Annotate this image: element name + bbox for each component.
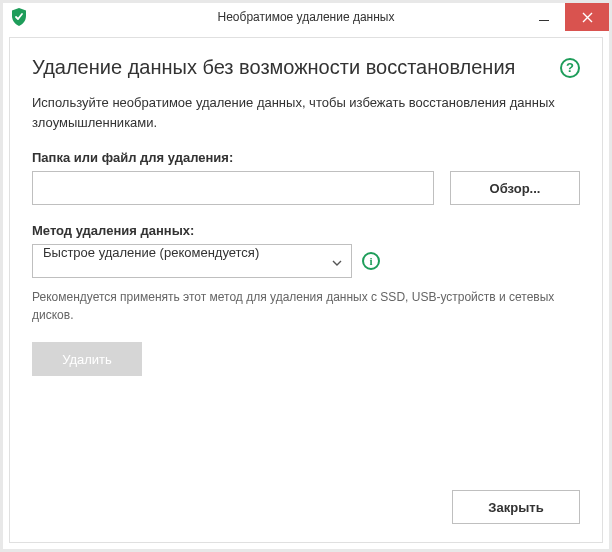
delete-button[interactable]: Удалить	[32, 342, 142, 376]
content-frame: Удаление данных без возможности восстано…	[9, 37, 603, 543]
minimize-button[interactable]	[523, 3, 565, 31]
method-row: Быстрое удаление (рекомендуется) i	[32, 244, 580, 278]
method-select[interactable]: Быстрое удаление (рекомендуется)	[32, 244, 352, 278]
titlebar-controls	[523, 3, 609, 31]
method-description: Рекомендуется применять этот метод для у…	[32, 288, 580, 324]
file-row: Обзор...	[32, 171, 580, 205]
window-title: Необратимое удаление данных	[3, 10, 609, 24]
footer: Закрыть	[32, 476, 580, 524]
close-button[interactable]: Закрыть	[452, 490, 580, 524]
spacer	[32, 376, 580, 476]
help-icon[interactable]: ?	[560, 58, 580, 78]
description-text: Используйте необратимое удаление данных,…	[32, 93, 580, 132]
close-window-button[interactable]	[565, 3, 609, 31]
file-path-input[interactable]	[32, 171, 434, 205]
app-shield-icon	[9, 7, 29, 27]
info-icon[interactable]: i	[362, 252, 380, 270]
minimize-icon	[539, 20, 549, 21]
titlebar: Необратимое удаление данных	[3, 3, 609, 31]
page-heading: Удаление данных без возможности восстано…	[32, 56, 515, 79]
method-select-wrap: Быстрое удаление (рекомендуется)	[32, 244, 352, 278]
window: Необратимое удаление данных Удаление дан…	[0, 0, 612, 552]
close-icon	[582, 12, 593, 23]
browse-button[interactable]: Обзор...	[450, 171, 580, 205]
file-field-label: Папка или файл для удаления:	[32, 150, 580, 165]
header-row: Удаление данных без возможности восстано…	[32, 56, 580, 79]
method-field-label: Метод удаления данных:	[32, 223, 580, 238]
